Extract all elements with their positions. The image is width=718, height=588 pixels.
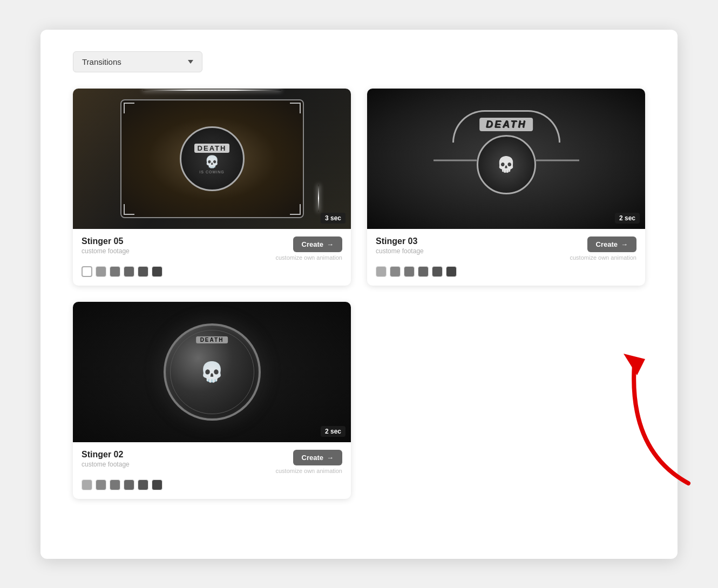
customize-label-stinger02: customize own animation (275, 468, 342, 474)
swatch-2[interactable] (96, 266, 106, 277)
swatch-6[interactable] (446, 266, 457, 277)
card-info-stinger05: Stinger 05 custome footage Create → cust… (73, 229, 351, 286)
create-button-stinger03[interactable]: Create → (587, 236, 636, 252)
corner-decoration (290, 204, 301, 215)
card-header-stinger03: Stinger 03 custome footage Create → cust… (376, 236, 636, 261)
swatch-1[interactable] (82, 266, 92, 277)
create-label-stinger02: Create (302, 454, 323, 462)
coin-container: DEATH 💀 (164, 323, 261, 421)
dropdown-wrapper: Transitions (73, 51, 645, 72)
swatch-6[interactable] (152, 479, 162, 490)
color-swatches-stinger05 (82, 266, 342, 277)
customize-label-stinger03: customize own animation (570, 254, 636, 261)
create-label-stinger05: Create (302, 240, 323, 248)
swatch-2[interactable] (96, 479, 106, 490)
card-actions-stinger03: Create → customize own animation (570, 236, 636, 261)
corner-decoration (290, 103, 301, 113)
card-title-stinger03: Stinger 03 (376, 236, 424, 246)
create-label-stinger03: Create (596, 240, 618, 248)
swatch-5[interactable] (138, 479, 148, 490)
coin-death-text: DEATH (196, 336, 228, 343)
logo-death-text: DEATH (194, 144, 230, 153)
thumbnail-stinger02: DEATH 💀 2 sec (73, 302, 351, 442)
swatch-5[interactable] (138, 266, 148, 277)
color-swatches-stinger03 (376, 266, 636, 277)
card-info-stinger02: Stinger 02 custome footage Create → cust… (73, 442, 351, 499)
coin-reaper-icon: 💀 (200, 361, 224, 383)
swatch-3[interactable] (110, 479, 120, 490)
card-info-stinger03: Stinger 03 custome footage Create → cust… (367, 229, 645, 286)
logo-circle-stinger05: DEATH 💀 IS COMING (180, 126, 245, 191)
card-subtitle-stinger05: custome footage (82, 247, 130, 255)
corner-decoration (124, 103, 134, 113)
card-text-left: Stinger 05 custome footage (82, 236, 130, 255)
corner-decoration (124, 204, 134, 215)
swatch-3[interactable] (110, 266, 120, 277)
card-header-stinger02: Stinger 02 custome footage Create → cust… (82, 450, 342, 474)
card-text-left-stinger03: Stinger 03 custome footage (376, 236, 424, 255)
swatch-3[interactable] (404, 266, 415, 277)
coin: DEATH 💀 (164, 323, 261, 421)
create-button-stinger05[interactable]: Create → (293, 236, 342, 252)
arrow-icon-stinger02: → (327, 454, 334, 462)
category-dropdown[interactable]: Transitions (73, 51, 202, 72)
card-actions-stinger02: Create → customize own animation (275, 450, 342, 474)
swatch-4[interactable] (124, 266, 134, 277)
stinger03-death-text: DEATH (479, 118, 533, 131)
logo-subtitle: IS COMING (199, 170, 224, 174)
swatch-6[interactable] (152, 266, 162, 277)
stinger03-circle: 💀 (477, 135, 536, 194)
card-subtitle-stinger03: custome footage (376, 247, 424, 255)
swatch-1[interactable] (82, 479, 92, 490)
cards-grid: DEATH 💀 IS COMING 3 sec Stinger 05 custo… (73, 89, 645, 499)
card-actions-stinger05: Create → customize own animation (275, 236, 342, 261)
card-stinger03: DEATH 💀 2 sec Stinger 03 custome footage (367, 89, 645, 286)
card-stinger05: DEATH 💀 IS COMING 3 sec Stinger 05 custo… (73, 89, 351, 286)
logo-reaper-icon: 💀 (205, 155, 219, 169)
card-title-stinger05: Stinger 05 (82, 236, 130, 246)
swatch-4[interactable] (124, 479, 134, 490)
sci-fi-frame: DEATH 💀 IS COMING (120, 99, 304, 218)
stinger03-logo: DEATH 💀 (436, 110, 577, 207)
thumbnail-stinger03: DEATH 💀 2 sec (367, 89, 645, 229)
duration-badge-stinger05: 3 sec (321, 213, 346, 224)
card-title-stinger02: Stinger 02 (82, 450, 130, 459)
duration-badge-stinger02: 2 sec (321, 426, 346, 437)
scene-stinger05: DEATH 💀 IS COMING (73, 89, 351, 229)
swatch-5[interactable] (432, 266, 443, 277)
customize-label-stinger05: customize own animation (275, 254, 342, 261)
swatch-2[interactable] (390, 266, 401, 277)
arrow-icon-stinger05: → (327, 240, 334, 248)
swatch-1[interactable] (376, 266, 387, 277)
main-container: Transitions DEATH 💀 IS COMING (40, 30, 678, 559)
card-subtitle-stinger02: custome footage (82, 461, 130, 468)
chevron-down-icon (188, 60, 193, 64)
duration-badge-stinger03: 2 sec (615, 213, 640, 224)
thumbnail-stinger05: DEATH 💀 IS COMING 3 sec (73, 89, 351, 229)
stinger03-reaper-icon: 💀 (497, 156, 516, 173)
horn-left (433, 159, 477, 161)
card-stinger02: DEATH 💀 2 sec Stinger 02 custome footage… (73, 302, 351, 499)
card-header-stinger05: Stinger 05 custome footage Create → cust… (82, 236, 342, 261)
color-swatches-stinger02 (82, 479, 342, 490)
swatch-4[interactable] (418, 266, 429, 277)
card-text-left-stinger02: Stinger 02 custome footage (82, 450, 130, 468)
create-button-stinger02[interactable]: Create → (293, 450, 342, 465)
dropdown-label: Transitions (82, 57, 121, 66)
arrow-icon-stinger03: → (621, 240, 628, 248)
horn-right (536, 159, 579, 161)
